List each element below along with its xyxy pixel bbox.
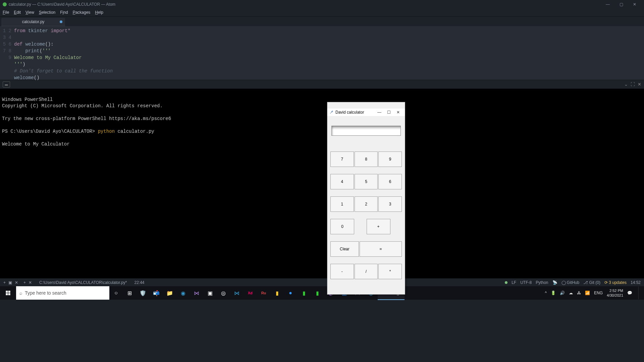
svg-rect-3 <box>8 293 10 295</box>
status-github[interactable]: ◯ GitHub <box>561 280 580 285</box>
calc-button-7[interactable]: 7 <box>330 152 354 167</box>
taskbar-clock[interactable]: 2:52 PM 4/30/2021 <box>607 288 623 298</box>
menu-packages[interactable]: Packages <box>73 10 91 15</box>
calc-close-button[interactable]: ✕ <box>393 109 403 116</box>
status-eol[interactable]: LF <box>512 280 516 285</box>
maximize-button[interactable]: ▢ <box>614 0 628 8</box>
status-telemetry-icon[interactable]: 📡 <box>552 280 557 285</box>
calc-minimize-button[interactable]: — <box>375 109 384 116</box>
menu-help[interactable]: Help <box>95 10 103 15</box>
terminal-dropdown-icon[interactable]: ⌄ <box>624 82 628 87</box>
terminal-maximize-icon[interactable]: ⛶ <box>631 82 635 87</box>
file-explorer-icon[interactable]: 📁 <box>163 286 176 300</box>
app-icon-3[interactable]: ● <box>284 286 297 300</box>
terminal-icon[interactable]: ▣ <box>203 286 217 300</box>
calc-button-clear[interactable]: Clear <box>330 241 359 257</box>
status-x-icon[interactable]: ✕ <box>15 280 18 285</box>
edge-icon[interactable]: ◉ <box>176 286 190 300</box>
notification-icon[interactable]: 💬 <box>627 291 632 295</box>
calc-button-5[interactable]: 5 <box>355 174 378 189</box>
status-time: 14:52 <box>631 280 641 285</box>
terminal-header: ▬ ⌄ ⛶ ✕ <box>0 80 644 89</box>
calc-button-equals[interactable]: = <box>360 241 402 257</box>
note-icon[interactable]: ▮ <box>270 286 284 300</box>
vs-icon[interactable]: ⋈ <box>190 286 203 300</box>
app-icon-1[interactable]: 🛡️ <box>136 286 150 300</box>
app-icon-5[interactable]: ▮ <box>311 286 324 300</box>
status-plus-icon[interactable]: + <box>3 280 6 285</box>
menu-bar: File Edit View Selection Find Packages H… <box>0 8 644 17</box>
status-bar: + ▣ ✕ + ✕ C:\Users\David Ayo\CALCULATOR\… <box>0 278 644 286</box>
code-area[interactable]: from tkinter import* def welcome(): prin… <box>14 26 644 80</box>
menu-selection[interactable]: Selection <box>39 10 55 15</box>
status-encoding[interactable]: UTF-8 <box>520 280 532 285</box>
editor-pane[interactable]: 1 2 3 4 5 6 7 8 9 from tkinter import* d… <box>0 26 644 80</box>
menu-find[interactable]: Find <box>60 10 68 15</box>
tray-wifi-icon[interactable]: 📶 <box>585 291 590 295</box>
calc-button-minus[interactable]: - <box>330 264 354 279</box>
task-view-icon[interactable]: ⊞ <box>123 286 136 300</box>
status-x2-icon[interactable]: ✕ <box>29 280 32 285</box>
calc-button-divide[interactable]: / <box>355 264 378 279</box>
status-terminal-icon[interactable]: ▣ <box>8 280 12 285</box>
minimize-button[interactable]: — <box>601 0 614 8</box>
calculator-keypad: 7 8 9 4 5 6 1 2 3 0 + Clear = <box>327 145 405 288</box>
term-output: Welcome to My Calculator <box>2 141 70 147</box>
svg-rect-1 <box>8 291 10 293</box>
titlebar: calculator.py — C:\Users\David Ayo\CALCU… <box>0 0 644 8</box>
calc-button-multiply[interactable]: * <box>378 264 402 279</box>
tray-network-icon[interactable]: 🖧 <box>577 291 581 295</box>
tray-chevron-icon[interactable]: ^ <box>545 291 547 295</box>
chrome-icon[interactable]: ◎ <box>217 286 230 300</box>
svg-rect-0 <box>6 291 8 293</box>
tray-volume-icon[interactable]: 🔊 <box>560 291 565 295</box>
calc-button-9[interactable]: 9 <box>378 152 402 167</box>
status-updates[interactable]: ⟳ 3 updates <box>604 280 627 285</box>
start-button[interactable] <box>0 286 16 300</box>
tab-calculator-py[interactable]: calculator.py <box>1 18 65 26</box>
window-title: calculator.py — C:\Users\David Ayo\CALCU… <box>9 2 115 7</box>
app-icon-4[interactable]: ▮ <box>297 286 311 300</box>
taskbar-search[interactable]: ⌕ Type here to search <box>16 286 109 300</box>
cortana-icon[interactable]: ○ <box>109 286 123 300</box>
status-git[interactable]: ⎇ Git (0) <box>583 280 600 285</box>
status-language[interactable]: Python <box>536 280 548 285</box>
terminal-tab-icon[interactable]: ▬ <box>3 81 10 87</box>
atom-app-icon <box>3 2 7 6</box>
calc-button-8[interactable]: 8 <box>355 152 378 167</box>
status-path[interactable]: C:\Users\David Ayo\CALCULATOR\calculator… <box>39 280 127 285</box>
app-icon-2[interactable]: 📬 <box>150 286 163 300</box>
menu-view[interactable]: View <box>25 10 34 15</box>
vscode-icon[interactable]: ⋈ <box>230 286 244 300</box>
calc-button-4[interactable]: 4 <box>330 174 354 189</box>
windows-taskbar: ⌕ Type here to search ○ ⊞ 🛡️ 📬 📁 ◉ ⋈ ▣ ◎… <box>0 286 644 300</box>
tray-battery-icon[interactable]: 🔋 <box>551 291 556 295</box>
xd-icon[interactable]: Xd <box>244 286 257 300</box>
search-icon: ⌕ <box>19 290 22 296</box>
status-cursor-pos[interactable]: 22:44 <box>134 280 144 285</box>
calc-button-1[interactable]: 1 <box>330 196 354 212</box>
calculator-display[interactable] <box>331 126 401 136</box>
status-plus2-icon[interactable]: + <box>23 280 26 285</box>
terminal-pane[interactable]: Windows PowerShell Copyright (C) Microso… <box>0 89 644 278</box>
terminal-close-icon[interactable]: ✕ <box>638 82 641 87</box>
calc-button-0[interactable]: 0 <box>330 219 354 234</box>
tray-cloud-icon[interactable]: ☁ <box>569 291 573 295</box>
line-gutter: 1 2 3 4 5 6 7 8 9 <box>0 26 14 80</box>
menu-edit[interactable]: Edit <box>14 10 21 15</box>
term-arg: calculator.py <box>115 129 154 134</box>
calc-button-plus[interactable]: + <box>367 219 390 234</box>
calc-button-2[interactable]: 2 <box>355 196 378 212</box>
calculator-titlebar[interactable]: David calculator — ☐ ✕ <box>327 109 405 116</box>
tab-bar: calculator.py <box>0 17 644 26</box>
tray-lang-icon[interactable]: ENG <box>594 291 603 295</box>
menu-file[interactable]: File <box>3 10 9 15</box>
calc-button-3[interactable]: 3 <box>378 196 402 212</box>
calculator-window[interactable]: David calculator — ☐ ✕ 7 8 9 4 5 6 1 2 3 <box>327 102 405 295</box>
term-line: Copyright (C) Microsoft Corporation. All… <box>2 103 163 109</box>
close-button[interactable]: ✕ <box>628 0 641 8</box>
calc-button-6[interactable]: 6 <box>378 174 402 189</box>
show-desktop-button[interactable] <box>638 287 641 299</box>
calc-maximize-button[interactable]: ☐ <box>384 109 393 116</box>
ru-icon[interactable]: Ru <box>257 286 270 300</box>
